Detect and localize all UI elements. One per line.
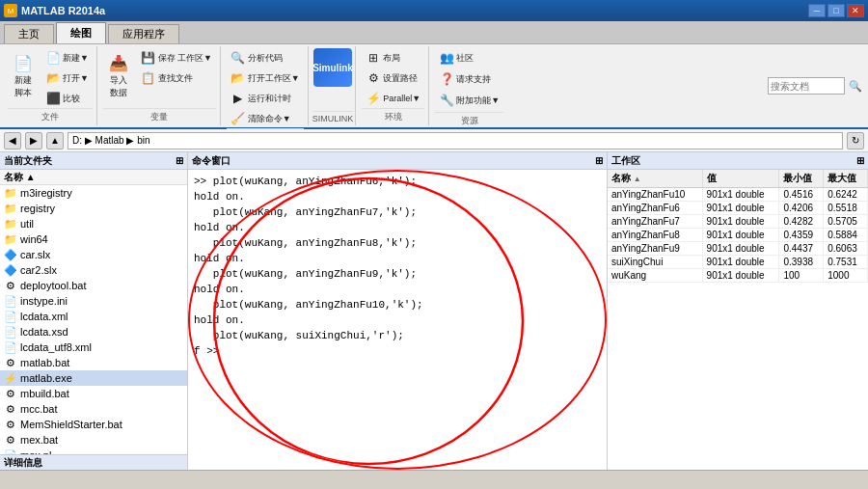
list-item[interactable]: 📄 mex.pl (0, 448, 187, 454)
table-row[interactable]: suiXingChui 901x1 double 0.3938 0.7531 (608, 256, 868, 269)
table-row[interactable]: wuKang 901x1 double 100 1000 (608, 269, 868, 283)
cell-max: 1000 (824, 269, 868, 283)
list-item[interactable]: 🔷 car2.slx (0, 262, 187, 278)
prefs-icon: ⚙ (366, 70, 381, 86)
file-list[interactable]: 📁 m3iregistry 📁 registry 📁 util 📁 win64 … (0, 185, 187, 454)
list-item[interactable]: 📁 win64 (0, 231, 187, 247)
table-row[interactable]: anYingZhanFu7 901x1 double 0.4282 0.5705 (608, 215, 868, 229)
layout-button[interactable]: ⊞ 布局 (362, 48, 424, 68)
ribbon-code-buttons: 🔍 分析代码 📂 打开工作区▼ ▶ 运行和计时 🧹 清除命令▼ (227, 48, 304, 128)
cell-name: anYingZhanFu10 (608, 188, 702, 202)
tab-plot[interactable]: 绘图 (56, 22, 106, 43)
back-button[interactable]: ◀ (4, 132, 21, 149)
list-item[interactable]: ⚙ mex.bat (0, 432, 187, 448)
list-item[interactable]: 📁 util (0, 216, 187, 231)
maximize-button[interactable]: □ (827, 4, 845, 17)
table-row[interactable]: anYingZhanFu10 901x1 double 0.4516 0.624… (608, 188, 868, 202)
table-row[interactable]: anYingZhanFu6 901x1 double 0.4206 0.5518 (608, 202, 868, 215)
ribbon-group-file: 📄 新建 脚本 📄 新建▼ 📂 打开▼ ⬛ 比较 文件 (4, 46, 97, 125)
list-item[interactable]: 📄 lcdata_utf8.xml (0, 340, 187, 355)
open-icon: 📂 (45, 70, 61, 86)
prefs-button[interactable]: ⚙ 设置路径 (362, 68, 424, 88)
file-panel-expand[interactable]: ⊞ (176, 155, 183, 166)
cell-name: anYingZhanFu9 (608, 242, 702, 256)
support-button[interactable]: ❓ 请求支持 (435, 69, 503, 89)
cmd-line: plot(wuKang, anYingZhanFu10,'k'); (194, 297, 601, 312)
open-workspace-button[interactable]: 📂 打开工作区▼ (227, 68, 304, 88)
run-time-button[interactable]: ▶ 运行和计时 (227, 89, 304, 108)
list-item[interactable]: ⚙ mbuild.bat (0, 386, 187, 401)
cmd-content[interactable]: >> plot(wuKang, anYingZhanFu6,'k'); hold… (188, 170, 607, 470)
save-workspace-button[interactable]: 💾 保存 工作区▼ (137, 48, 216, 68)
ribbon-file-col: 📄 新建▼ 📂 打开▼ ⬛ 比较 (41, 48, 93, 108)
list-item[interactable]: 📄 lcdata.xsd (0, 324, 187, 340)
ribbon-group-variable: 📥 导入 数据 💾 保存 工作区▼ 📋 查找文件 变量 (99, 46, 221, 125)
ribbon-group-simulink: Simulink SIMULINK (311, 46, 357, 125)
file-name: win64 (20, 233, 48, 245)
community-button[interactable]: 👥 社区 (435, 48, 503, 68)
title-bar-left: M MATLAB R2014a (4, 4, 105, 17)
list-item[interactable]: 🔷 car.slx (0, 247, 187, 262)
workspace-table: 名称 ▲ 值 最小值 最大值 anYingZhanFu10 901x1 doub… (608, 170, 868, 283)
table-row[interactable]: anYingZhanFu8 901x1 double 0.4359 0.5884 (608, 229, 868, 242)
compare-button[interactable]: ⬛ 比较 (41, 89, 93, 108)
col-value[interactable]: 值 (702, 170, 779, 188)
forward-button[interactable]: ▶ (25, 132, 42, 149)
parallel-button[interactable]: ⚡ Parallel▼ (362, 89, 424, 108)
address-bar: ◀ ▶ ▲ ↻ (0, 129, 868, 152)
clear-cmd-button[interactable]: 🧹 清除命令▼ (227, 109, 304, 128)
cmd-line: plot(wuKang, anYingZhanFu7,'k'); (194, 204, 601, 220)
simulink-button[interactable]: Simulink (313, 48, 352, 87)
close-button[interactable]: ✕ (847, 4, 864, 17)
file-group-label: 文件 (8, 108, 93, 123)
file-panel-title: 当前文件夹 (4, 154, 52, 168)
cmd-prompt-line[interactable]: f >> (194, 343, 601, 359)
up-button[interactable]: ▲ (46, 132, 64, 149)
list-item[interactable]: ⚙ MemShieldStarter.bat (0, 417, 187, 432)
list-item[interactable]: ⚡ matlab.exe (0, 370, 187, 386)
search-input[interactable] (768, 77, 845, 95)
cell-value: 901x1 double (702, 242, 779, 256)
detail-label: 详细信息 (0, 454, 187, 470)
addons-button[interactable]: 🔧 附加功能▼ (435, 91, 503, 110)
col-max[interactable]: 最大值 (824, 170, 868, 188)
file-col-header[interactable]: 名称 ▲ (0, 170, 187, 185)
list-item[interactable]: ⚙ matlab.bat (0, 355, 187, 370)
table-row[interactable]: anYingZhanFu9 901x1 double 0.4437 0.6063 (608, 242, 868, 256)
open-button[interactable]: 📂 打开▼ (41, 68, 93, 88)
minimize-button[interactable]: ─ (808, 4, 826, 17)
list-item[interactable]: 📁 m3iregistry (0, 185, 187, 201)
list-item[interactable]: 📄 instype.ini (0, 293, 187, 309)
address-input[interactable] (68, 132, 843, 149)
parallel-icon: ⚡ (366, 91, 381, 106)
cell-name: anYingZhanFu6 (608, 202, 702, 215)
cell-max: 0.5884 (824, 229, 868, 242)
tab-apps[interactable]: 应用程序 (108, 24, 179, 43)
cmd-line: hold on. (194, 282, 601, 297)
workspace-expand[interactable]: ⊞ (856, 155, 864, 166)
folder-icon: 📁 (4, 203, 17, 215)
list-item[interactable]: ⚙ deploytool.bat (0, 278, 187, 293)
refresh-button[interactable]: ↻ (847, 132, 864, 149)
new-button[interactable]: 📄 新建▼ (41, 48, 93, 68)
file-name: car.slx (20, 249, 50, 260)
cmd-header: 命令窗口 ⊞ (188, 152, 607, 170)
cmd-expand[interactable]: ⊞ (595, 155, 603, 166)
col-min[interactable]: 最小值 (779, 170, 824, 188)
cmd-line: plot(wuKang, anYingZhanFu8,'k'); (194, 235, 601, 251)
cell-value: 901x1 double (702, 256, 779, 269)
import-button[interactable]: 📥 导入 数据 (103, 48, 134, 102)
col-name[interactable]: 名称 ▲ (608, 170, 702, 188)
search-icon[interactable]: 🔍 (849, 80, 862, 93)
app-icon: M (4, 4, 17, 17)
tab-bar: 主页 绘图 应用程序 (0, 21, 868, 44)
tab-home[interactable]: 主页 (4, 24, 54, 43)
analyze-code-button[interactable]: 🔍 分析代码 (227, 48, 304, 68)
list-item[interactable]: 📄 lcdata.xml (0, 309, 187, 324)
new-script-button[interactable]: 📄 新建 脚本 (8, 48, 39, 102)
file-name: m3iregistry (20, 187, 72, 199)
file-panel-header: 当前文件夹 ⊞ (0, 152, 187, 170)
list-item[interactable]: 📁 registry (0, 201, 187, 216)
open-variable-button[interactable]: 📋 查找文件 (137, 68, 216, 88)
list-item[interactable]: ⚙ mcc.bat (0, 401, 187, 417)
